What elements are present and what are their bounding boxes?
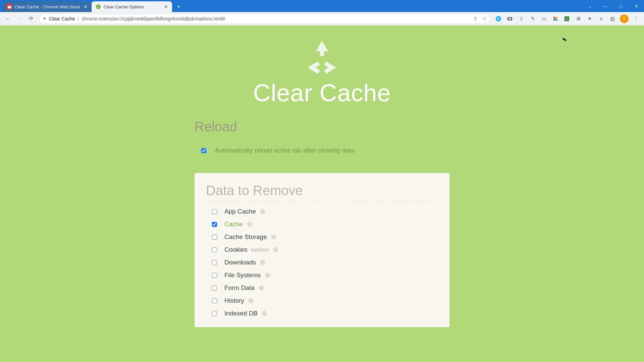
info-icon[interactable]: i — [260, 209, 265, 214]
tab-strip: Clear Cache - Chrome Web Store ✕ Clear C… — [0, 0, 644, 12]
address-bar[interactable]: ✦ Clear Cache | chrome-extension://cppjk… — [39, 14, 490, 24]
sidepanel-icon[interactable]: ▥ — [608, 15, 616, 23]
data-option-label: Cookies — [224, 246, 248, 253]
reload-button[interactable]: ⟳ — [25, 13, 36, 24]
close-window-icon[interactable]: ✕ — [629, 0, 644, 12]
data-option-row: Form Datai — [206, 284, 438, 292]
data-option-label: App Cache — [224, 208, 256, 215]
tab-search-icon[interactable]: ⌄ — [582, 0, 598, 12]
tab-webstore[interactable]: Clear Cache - Chrome Web Store ✕ — [3, 1, 92, 12]
data-option-row: Cachei — [206, 221, 438, 228]
ext-icon-2[interactable] — [506, 15, 514, 23]
url-text: chrome-extension://cppjkneekbjaeellbfkmg… — [82, 16, 471, 21]
reload-heading: Reload — [195, 119, 449, 134]
tab-title: Clear Cache Options — [104, 4, 161, 9]
svg-text:LI: LI — [566, 17, 568, 21]
share-icon[interactable]: ⇪ — [473, 16, 478, 22]
section-reload: Reload Automatically reload active tab a… — [195, 119, 449, 161]
svg-point-9 — [555, 19, 557, 21]
info-icon[interactable]: i — [271, 234, 276, 240]
data-option-checkbox[interactable] — [212, 247, 217, 252]
info-icon[interactable]: i — [248, 298, 254, 303]
data-heading: Data to Remove — [206, 183, 438, 198]
site-chip: Clear Cache — [49, 16, 75, 21]
data-option-row: Cache Storagei — [206, 233, 438, 241]
section-data-to-remove: Data to Remove App CacheiCacheiCache Sto… — [195, 173, 449, 327]
reading-list-icon[interactable]: ≡ — [597, 15, 605, 23]
tab-title: Clear Cache - Chrome Web Store — [15, 4, 80, 9]
recycle-icon — [96, 4, 101, 9]
viewport[interactable]: Clear Cache Reload Automatically reload … — [0, 25, 644, 362]
auto-reload-label: Automatically reload active tab after cl… — [215, 147, 354, 154]
data-option-checkbox[interactable] — [212, 222, 217, 227]
extension-icon: ✦ — [43, 16, 46, 21]
info-icon[interactable]: i — [259, 285, 264, 291]
kebab-menu-icon[interactable]: ⋮ — [631, 13, 641, 24]
svg-point-5 — [509, 18, 511, 20]
window-controls: ⌄ ― ◻ ✕ — [582, 0, 644, 12]
info-icon[interactable]: i — [260, 260, 265, 265]
forward-button[interactable]: → — [14, 13, 25, 24]
data-option-checkbox[interactable] — [212, 298, 217, 303]
brand-title: Clear Cache — [253, 79, 391, 107]
data-option-checkbox[interactable] — [212, 273, 217, 278]
extensions-icon[interactable]: ✦ — [586, 15, 594, 23]
svg-rect-1 — [8, 6, 11, 8]
minimize-icon[interactable]: ― — [598, 0, 613, 12]
data-option-checkbox[interactable] — [212, 311, 217, 316]
ext-icon-8[interactable]: ♻ — [574, 15, 582, 23]
data-option-label: Downloads — [224, 259, 256, 266]
info-icon[interactable]: i — [273, 247, 278, 252]
data-option-label: Indexed DB — [224, 310, 258, 317]
data-option-label: Cache Storage — [224, 233, 267, 241]
data-option-options-link[interactable]: (options) — [251, 247, 269, 252]
data-option-row: Historyi — [206, 297, 438, 304]
data-option-row: Downloadsi — [206, 259, 438, 266]
data-option-checkbox[interactable] — [212, 235, 217, 240]
data-option-row: Cookies(options)i — [206, 246, 438, 253]
new-tab-button[interactable]: + — [174, 2, 183, 11]
svg-point-8 — [553, 19, 555, 21]
data-option-checkbox[interactable] — [212, 209, 217, 214]
bookmark-icon[interactable]: ☆ — [482, 16, 487, 22]
profile-avatar[interactable]: Y — [620, 14, 629, 23]
close-icon[interactable]: ✕ — [83, 4, 88, 9]
ext-icon-5[interactable]: ▭ — [540, 15, 548, 23]
data-option-row: File Systemsi — [206, 272, 438, 279]
options-page: Clear Cache Reload Automatically reload … — [0, 25, 644, 362]
data-option-label: History — [224, 297, 244, 304]
webstore-icon — [7, 4, 12, 9]
data-option-row: App Cachei — [206, 208, 438, 215]
extension-tray: ⇩ ✎ ▭ LI ♻ ✦ ≡ ▥ — [493, 15, 618, 23]
brand-recycle-icon — [300, 39, 344, 77]
tab-options[interactable]: Clear Cache Options ✕ — [92, 1, 172, 12]
toolbar: ← → ⟳ ✦ Clear Cache | chrome-extension:/… — [0, 12, 644, 25]
info-icon[interactable]: i — [262, 311, 267, 316]
ext-icon-3[interactable]: ⇩ — [517, 15, 525, 23]
data-option-checkbox[interactable] — [212, 260, 217, 265]
data-option-row: Indexed DBi — [206, 310, 438, 317]
data-option-label: File Systems — [224, 272, 261, 279]
svg-point-6 — [553, 17, 555, 19]
back-button[interactable]: ← — [3, 13, 13, 24]
ext-icon-1[interactable] — [494, 15, 502, 23]
ext-icon-4[interactable]: ✎ — [529, 15, 537, 23]
svg-point-7 — [555, 17, 557, 19]
close-icon[interactable]: ✕ — [163, 4, 169, 9]
data-option-label: Form Data — [224, 284, 255, 292]
maximize-icon[interactable]: ◻ — [613, 0, 629, 12]
auto-reload-checkbox[interactable] — [201, 148, 206, 153]
ext-icon-6[interactable] — [551, 15, 559, 23]
info-icon[interactable]: i — [265, 273, 270, 278]
ext-icon-7[interactable]: LI — [563, 15, 571, 23]
info-icon[interactable]: i — [247, 222, 252, 227]
data-option-label: Cache — [224, 221, 243, 228]
data-option-checkbox[interactable] — [212, 286, 217, 291]
